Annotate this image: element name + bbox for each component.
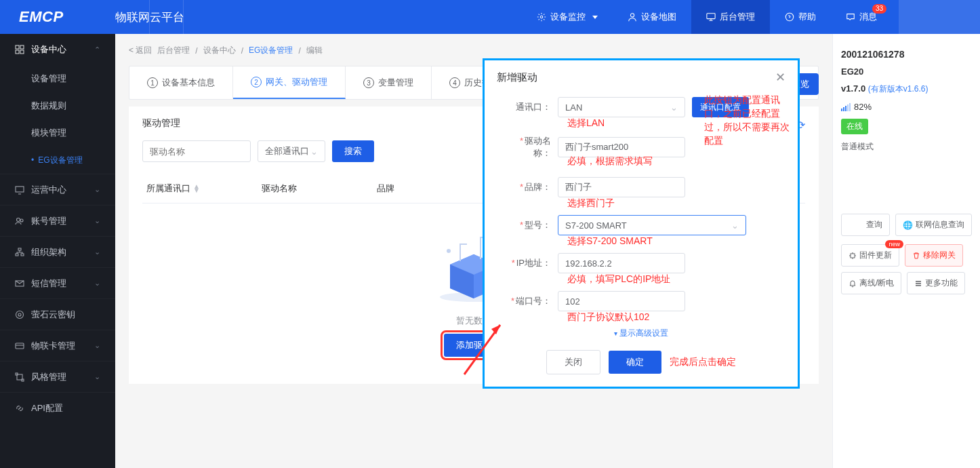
message-badge: 33	[872, 4, 886, 14]
chevron-down-icon	[592, 16, 598, 19]
chevron-down-icon: ⌄	[94, 372, 100, 381]
gear-icon	[537, 12, 546, 22]
chevron-up-icon: ⌃	[94, 45, 100, 54]
svg-rect-28	[847, 104, 849, 111]
th-brand: 品牌	[377, 182, 478, 195]
model-select[interactable]: S7-200 SMART⌄	[558, 215, 746, 235]
platform-title: 物联网云平台	[115, 9, 184, 25]
chevron-down-icon: ⌄	[310, 147, 318, 157]
svg-rect-29	[849, 103, 851, 111]
tab-basic-info[interactable]: 1设备基本信息	[129, 66, 233, 99]
svg-rect-5	[20, 45, 24, 49]
chevron-down-icon: ⌄	[94, 341, 100, 350]
sidebar-ops-center[interactable]: 运营中心 ⌄	[0, 174, 115, 205]
port-label: 通讯口：	[504, 101, 551, 113]
sidebar-api[interactable]: API配置	[0, 392, 115, 423]
sidebar-sms[interactable]: 短信管理 ⌄	[0, 267, 115, 298]
user-menu[interactable]	[899, 0, 980, 34]
nav-messages[interactable]: 消息 33	[831, 0, 892, 34]
annotation: 选择LAN	[567, 117, 605, 130]
ok-button[interactable]: 确定	[609, 351, 661, 374]
sidebar-item-device-mgmt[interactable]: 设备管理	[0, 65, 115, 92]
tab-variables[interactable]: 3变量管理	[346, 66, 432, 99]
sidebar-org[interactable]: 组织架构 ⌄	[0, 236, 115, 267]
org-icon	[15, 248, 24, 257]
chevron-down-icon: ⌄	[731, 220, 739, 231]
logo: EMCP	[0, 8, 115, 26]
svg-rect-8	[16, 187, 24, 192]
device-info-panel: 200121061278 EG20 v1.7.0 (有新版本v1.6.6) 82…	[832, 34, 980, 468]
model-label: *型号：	[504, 219, 551, 231]
cancel-button[interactable]: 关闭	[546, 350, 600, 374]
search-button[interactable]: 搜索	[332, 140, 374, 162]
svg-point-3	[785, 13, 793, 20]
sidebar-ys[interactable]: 萤石云密钥	[0, 298, 115, 330]
bell-icon	[849, 279, 857, 288]
svg-rect-26	[843, 107, 844, 111]
name-label: *驱动名称：	[504, 135, 551, 159]
mail-icon	[15, 279, 24, 288]
svg-point-9	[17, 218, 20, 221]
sidebar-device-center[interactable]: 设备中心 ⌃	[0, 34, 115, 65]
svg-point-1	[630, 14, 634, 17]
status-badge: 在线	[841, 119, 868, 134]
portnum-field[interactable]	[558, 291, 685, 311]
brand-field[interactable]	[558, 177, 685, 197]
th-port[interactable]: 所属通讯口▲▼	[146, 182, 262, 195]
monitor-icon	[706, 12, 716, 22]
settings-icon	[15, 372, 24, 382]
port-select[interactable]: 全部通讯口 ⌄	[258, 140, 325, 162]
device-version: v1.7.0 (有新版本v1.6.6)	[841, 83, 972, 95]
device-signal: 82%	[841, 102, 972, 112]
driver-name-field[interactable]	[558, 137, 685, 157]
svg-point-15	[16, 311, 24, 318]
sidebar-risk[interactable]: 风格管理 ⌄	[0, 361, 115, 392]
annotation: 选择S7-200 SMART	[567, 235, 653, 248]
nav-map[interactable]: 设备地图	[613, 0, 691, 34]
users-icon	[15, 216, 24, 226]
menu-icon	[914, 279, 922, 288]
new-badge: new	[885, 240, 903, 248]
breadcrumb-item[interactable]: 后台管理	[157, 45, 190, 56]
chevron-down-icon: ⌄	[94, 248, 100, 256]
breadcrumb-back[interactable]: < 返回	[129, 45, 152, 56]
annotation: 必填，根据需求填写	[567, 155, 653, 168]
svg-rect-6	[16, 50, 19, 54]
query-button[interactable]: 查询	[841, 214, 890, 236]
svg-rect-27	[845, 106, 846, 111]
version-link[interactable]: (有新版本v1.6.6)	[868, 84, 928, 94]
nav-help[interactable]: 帮助	[770, 0, 831, 34]
nav-admin[interactable]: 后台管理	[691, 0, 770, 34]
nav-monitor[interactable]: 设备监控	[522, 0, 613, 34]
tab-gateway-driver[interactable]: 2网关、驱动管理	[233, 66, 346, 99]
breadcrumb-item[interactable]: EG设备管理	[249, 45, 293, 56]
sidebar-item-module-mgmt[interactable]: 模块管理	[0, 119, 115, 147]
sidebar-item-eg-mgmt[interactable]: EG设备管理	[0, 147, 115, 174]
device-mode: 普通模式	[841, 141, 972, 153]
svg-point-23	[447, 249, 451, 253]
ip-field[interactable]	[558, 253, 685, 273]
remove-gateway-button[interactable]: 移除网关	[905, 244, 963, 267]
firmware-button[interactable]: 固件更新 new	[841, 244, 899, 267]
svg-rect-30	[851, 254, 855, 258]
show-advanced-toggle[interactable]: 显示高级设置	[485, 328, 798, 339]
netinfo-button[interactable]: 🌐 联网信息查询	[895, 214, 972, 236]
more-button[interactable]: 更多功能	[907, 272, 965, 294]
port-select[interactable]: LAN⌄	[558, 97, 685, 117]
sidebar: 设备中心 ⌃ 设备管理 数据规则 模块管理 EG设备管理 运营中心 ⌄ 账号管理…	[0, 34, 115, 468]
trash-icon	[912, 252, 920, 260]
sidebar-item-data-rule[interactable]: 数据规则	[0, 92, 115, 119]
driver-name-input[interactable]	[142, 140, 251, 162]
close-icon[interactable]: ✕	[775, 70, 785, 85]
add-driver-modal: 新增驱动 ✕ 通讯口： LAN⌄ 通讯口配置 选择LAN 此按钮为配置通讯口，之…	[483, 58, 800, 389]
svg-rect-11	[18, 248, 21, 250]
annotation: 西门子协议默认102	[567, 311, 649, 324]
sidebar-account-mgmt[interactable]: 账号管理 ⌄	[0, 205, 115, 236]
breadcrumb: < 返回 后台管理/ 设备中心/ EG设备管理/ 编辑	[129, 45, 819, 56]
sidebar-iot-card[interactable]: 物联卡管理 ⌄	[0, 330, 115, 361]
offline-button[interactable]: 离线/断电	[841, 272, 901, 294]
breadcrumb-item[interactable]: 设备中心	[203, 45, 236, 56]
portnum-label: *端口号：	[504, 295, 551, 307]
chevron-down-icon: ⌄	[670, 102, 678, 113]
link-icon	[15, 404, 24, 413]
